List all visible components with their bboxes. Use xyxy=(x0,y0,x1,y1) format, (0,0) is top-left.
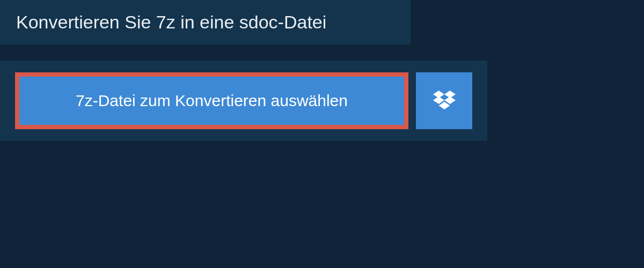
action-panel: 7z-Datei zum Konvertieren auswählen xyxy=(0,61,487,141)
page-title: Konvertieren Sie 7z in eine sdoc-Datei xyxy=(16,12,394,33)
dropbox-button[interactable] xyxy=(416,72,472,129)
header-bar: Konvertieren Sie 7z in eine sdoc-Datei xyxy=(0,0,411,44)
select-file-button[interactable]: 7z-Datei zum Konvertieren auswählen xyxy=(15,72,408,129)
select-file-label: 7z-Datei zum Konvertieren auswählen xyxy=(76,92,348,110)
dropbox-icon xyxy=(433,91,456,111)
